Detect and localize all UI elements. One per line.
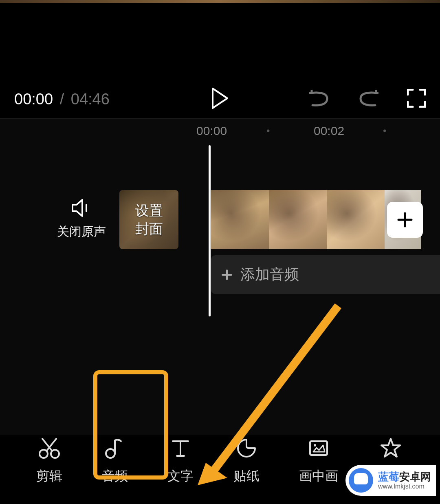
tool-label: 贴纸	[233, 467, 260, 485]
set-cover-button[interactable]: 设置 封面	[119, 190, 178, 249]
time-separator: /	[60, 91, 64, 108]
plus-icon	[397, 212, 413, 228]
tool-pip[interactable]: 画中画	[299, 437, 338, 485]
timeline-editor: 00:00 • 00:02 • 关闭原声 设置 封面	[0, 118, 440, 436]
time-display: 00:00 / 04:46	[14, 91, 110, 108]
video-track: 关闭原声 设置 封面	[0, 190, 440, 249]
add-audio-button[interactable]: 添加音频	[211, 255, 440, 294]
play-button[interactable]	[211, 88, 229, 111]
video-clip[interactable]	[269, 190, 327, 249]
current-time: 00:00	[14, 91, 53, 108]
time-ruler[interactable]: 00:00 • 00:02 •	[0, 119, 440, 143]
tool-edit[interactable]: 剪辑	[36, 437, 62, 485]
playback-controls: 00:00 / 04:46	[0, 89, 440, 109]
tool-label: 文字	[167, 467, 194, 485]
fullscreen-button[interactable]	[407, 89, 426, 109]
video-frame-strip	[0, 0, 440, 3]
scissors-icon	[38, 437, 60, 459]
tool-label: 音频	[102, 467, 128, 485]
svg-point-6	[314, 444, 316, 447]
redo-button[interactable]	[358, 90, 378, 108]
add-clip-button[interactable]	[387, 202, 423, 238]
speaker-icon	[72, 199, 91, 217]
watermark-text: 蓝莓安卓网 www.lmkjst.com	[378, 471, 431, 490]
video-clip[interactable]	[327, 190, 385, 249]
pip-icon	[308, 437, 330, 459]
ruler-tick: •	[383, 125, 386, 137]
ruler-mark: 00:02	[314, 124, 344, 138]
cover-label: 设置 封面	[135, 201, 163, 237]
plus-icon	[221, 269, 233, 281]
text-icon	[169, 437, 191, 459]
watermark-icon	[349, 468, 373, 493]
tool-sticker[interactable]: 贴纸	[233, 437, 260, 485]
watermark-title-prefix: 蓝莓	[378, 471, 399, 483]
undo-button[interactable]	[309, 90, 330, 108]
tool-audio[interactable]: 音频	[102, 437, 128, 485]
tool-label: 剪辑	[36, 467, 62, 485]
ruler-mark: 00:00	[196, 124, 227, 138]
tool-label: 画中画	[299, 467, 338, 485]
svg-rect-5	[310, 441, 327, 455]
ruler-tick: •	[266, 125, 270, 137]
watermark-title-suffix: 安卓网	[399, 471, 431, 483]
total-time: 04:46	[71, 91, 110, 108]
music-note-icon	[104, 437, 126, 459]
sticker-icon	[235, 437, 257, 459]
mute-original-button[interactable]: 关闭原声	[53, 199, 110, 240]
svg-point-4	[106, 449, 115, 458]
watermark: 蓝莓安卓网 www.lmkjst.com	[345, 465, 436, 496]
add-audio-label: 添加音频	[240, 265, 299, 285]
tool-text[interactable]: 文字	[167, 437, 194, 485]
video-clip[interactable]	[211, 190, 269, 249]
star-icon	[380, 437, 402, 459]
right-controls	[309, 89, 426, 109]
mute-label: 关闭原声	[57, 223, 106, 240]
watermark-url: www.lmkjst.com	[378, 483, 431, 490]
playhead[interactable]	[209, 145, 211, 316]
video-preview: 00:00 / 04:46	[0, 3, 440, 118]
